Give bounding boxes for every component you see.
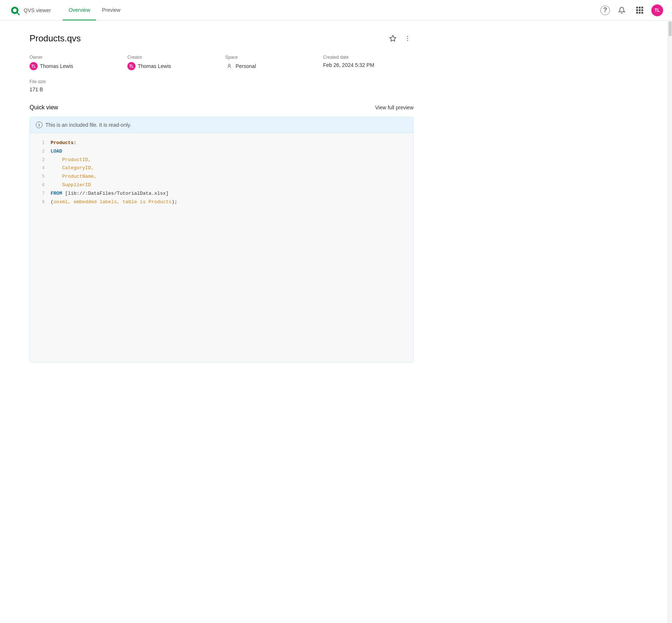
meta-creator: Creator TL Thomas Lewis [127, 55, 218, 70]
more-icon [404, 35, 411, 42]
line-num-1: 1 [36, 140, 45, 147]
creator-name: Thomas Lewis [138, 63, 171, 69]
qlik-logo: QVS viewer [9, 4, 57, 16]
metadata-grid: Owner TL Thomas Lewis Creator TL Thomas … [30, 55, 414, 70]
tab-preview[interactable]: Preview [96, 0, 126, 20]
creator-value: TL Thomas Lewis [127, 62, 218, 70]
space-label: Space [225, 55, 316, 60]
creator-avatar: TL [127, 62, 136, 70]
star-icon [389, 35, 397, 42]
svg-point-2 [13, 8, 17, 12]
line-num-8: 8 [36, 199, 45, 206]
code-line-1: 1 Products: [30, 139, 413, 147]
readonly-banner: i This is an included file. It is read-o… [30, 117, 413, 133]
app-launcher-button[interactable] [634, 4, 645, 16]
owner-avatar: TL [30, 62, 38, 70]
code-text-8: (ooxml, embedded labels, table is Produc… [51, 198, 177, 206]
code-viewer: i This is an included file. It is read-o… [30, 117, 414, 362]
header-actions: ? TL [600, 4, 663, 16]
favorite-button[interactable] [387, 33, 399, 44]
line-num-2: 2 [36, 148, 45, 155]
filesize-label: File size [30, 79, 414, 84]
meta-space: Space Personal [225, 55, 316, 70]
code-line-2: 2 LOAD [30, 147, 413, 156]
created-value: Feb 26, 2024 5:32 PM [323, 62, 414, 68]
main-nav: Overview Preview [63, 0, 126, 20]
meta-owner: Owner TL Thomas Lewis [30, 55, 120, 70]
filesize-text: 171 B [30, 86, 43, 92]
svg-point-7 [407, 40, 408, 41]
created-label: Created date [323, 55, 414, 60]
space-icon [225, 62, 233, 70]
svg-marker-4 [390, 35, 396, 41]
line-num-7: 7 [36, 190, 45, 197]
code-line-6: 6 SupplierID [30, 181, 413, 190]
code-line-5: 5 ProductName, [30, 173, 413, 181]
page-title-row: Products.qvs [30, 33, 414, 44]
svg-point-5 [407, 36, 408, 37]
filesize-row: File size 171 B [30, 79, 414, 92]
bell-icon [618, 7, 625, 14]
main-content: Products.qvs Owner TL Thomas Lewis [0, 21, 443, 374]
code-text-3: ProductID, [51, 156, 91, 164]
meta-created: Created date Feb 26, 2024 5:32 PM [323, 55, 414, 70]
owner-label: Owner [30, 55, 120, 60]
quickview-header: Quick view View full preview [30, 104, 414, 111]
code-line-7: 7 FROM [lib://:DataFiles/TutorialData.xl… [30, 190, 413, 198]
svg-point-6 [407, 38, 408, 39]
code-text-5: ProductName, [51, 173, 97, 181]
code-text-1: Products: [51, 139, 76, 147]
code-line-3: 3 ProductID, [30, 156, 413, 164]
code-line-4: 4 CategoryID, [30, 164, 413, 173]
more-options-button[interactable] [402, 33, 414, 44]
code-line-8: 8 (ooxml, embedded labels, table is Prod… [30, 198, 413, 207]
created-date: Feb 26, 2024 5:32 PM [323, 62, 374, 68]
owner-value: TL Thomas Lewis [30, 62, 120, 70]
code-text-7: FROM [lib://:DataFiles/TutorialData.xlsx… [51, 190, 169, 198]
code-text-4: CategoryID, [51, 164, 94, 172]
notifications-button[interactable] [616, 4, 628, 16]
svg-point-8 [228, 64, 230, 66]
readonly-message: This is an included file. It is read-onl… [45, 122, 131, 128]
tab-overview[interactable]: Overview [63, 0, 96, 20]
line-num-6: 6 [36, 182, 45, 189]
page-title: Products.qvs [30, 33, 81, 44]
creator-label: Creator [127, 55, 218, 60]
app-name-label: QVS viewer [24, 7, 51, 13]
app-header: QVS viewer Overview Preview ? TL [0, 0, 672, 21]
code-text-6: SupplierID [51, 181, 91, 189]
title-actions [387, 33, 414, 44]
line-num-4: 4 [36, 165, 45, 172]
code-area: 1 Products: 2 LOAD 3 ProductID, 4 Catego… [30, 133, 413, 362]
view-full-preview-link[interactable]: View full preview [375, 105, 414, 110]
scrollbar[interactable] [668, 21, 672, 374]
line-num-3: 3 [36, 157, 45, 164]
line-num-5: 5 [36, 173, 45, 180]
space-value: Personal [225, 62, 316, 70]
user-avatar[interactable]: TL [651, 4, 663, 16]
grid-icon [636, 7, 643, 14]
space-name: Personal [236, 63, 256, 69]
help-button[interactable]: ? [600, 6, 610, 15]
filesize-value: 171 B [30, 86, 414, 92]
code-text-2: LOAD [51, 148, 62, 156]
scroll-thumb [669, 21, 672, 36]
owner-name: Thomas Lewis [40, 63, 73, 69]
info-icon: i [36, 122, 42, 128]
qlik-logo-icon [9, 4, 21, 16]
quickview-title: Quick view [30, 104, 58, 111]
